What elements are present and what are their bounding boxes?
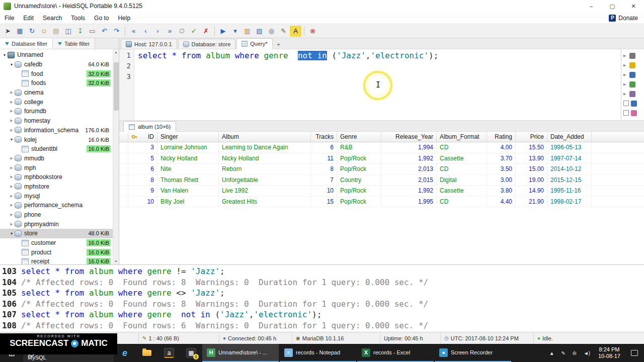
close-button[interactable]: ✕ bbox=[623, 0, 644, 12]
helper-bind-blue[interactable] bbox=[621, 99, 644, 108]
tree-item-mphstore[interactable]: ▶mphstore bbox=[0, 182, 113, 192]
replace-text-icon[interactable]: ✎ bbox=[278, 26, 289, 37]
tray-chevron-up-icon[interactable]: ▲ bbox=[546, 350, 558, 356]
tray-pen-icon[interactable]: ✎ bbox=[558, 350, 569, 356]
taskbar-screen-recorder[interactable]: ●Screen Recorder bbox=[435, 344, 511, 362]
save-sql-as-icon[interactable]: ▧ bbox=[254, 26, 265, 37]
column-header-album_format[interactable]: Album_Format bbox=[437, 132, 487, 142]
tree-item-mmudb[interactable]: ▶mmudb bbox=[0, 154, 113, 163]
cancel-editing-icon[interactable]: ∅ bbox=[176, 26, 188, 37]
column-header-singer[interactable]: Singer bbox=[157, 132, 219, 142]
helper-columns[interactable]: ▶ bbox=[621, 51, 644, 60]
expand-arrow-icon[interactable]: ▶ bbox=[623, 92, 627, 96]
expand-arrow-icon[interactable]: ▶ bbox=[9, 109, 15, 113]
column-header-genre[interactable]: Genre bbox=[337, 132, 381, 142]
first-row-icon[interactable]: « bbox=[128, 26, 139, 37]
tree-item-store[interactable]: ▼store48.0 KiB bbox=[0, 229, 113, 238]
helper-sql-functions[interactable]: ▶ bbox=[621, 60, 644, 70]
maximize-button[interactable]: ▢ bbox=[602, 0, 623, 12]
tree-item-Unnamed[interactable]: ▼Unnamed bbox=[0, 50, 113, 60]
helper-sql-keywords[interactable]: ▶ bbox=[621, 70, 644, 79]
donate-button[interactable]: P Donate bbox=[603, 15, 644, 22]
column-header-date_added[interactable]: Date_Added bbox=[547, 132, 592, 142]
tree-item-receipt[interactable]: receipt16.0 KiB bbox=[0, 257, 113, 264]
taskbar-amazon[interactable]: a bbox=[158, 344, 180, 362]
tray-volume-icon[interactable]: ◄) bbox=[580, 350, 594, 356]
expand-arrow-icon[interactable]: ▶ bbox=[9, 213, 15, 217]
menu-file[interactable]: File bbox=[0, 12, 19, 24]
table-row[interactable]: 9Van HalenLive 199210Pop/Rock1,992Casset… bbox=[119, 186, 644, 197]
expand-arrow-icon[interactable]: ▶ bbox=[623, 63, 627, 67]
table-row[interactable]: 5Nicky HollandNicky Holland11Pop/Rock1,9… bbox=[119, 153, 644, 164]
table-row[interactable]: 3Lorraine JohnsonLearning to Dance Again… bbox=[119, 142, 644, 153]
taskbar-file-explorer[interactable] bbox=[136, 344, 158, 362]
tree-item-college[interactable]: ▶college bbox=[0, 97, 113, 107]
tree-item-information_schema[interactable]: ▶information_schema176.0 KiB bbox=[0, 126, 113, 135]
expand-arrow-icon[interactable]: ▶ bbox=[9, 185, 15, 189]
previous-row-icon[interactable]: ‹ bbox=[140, 26, 151, 37]
collapse-arrow-icon[interactable]: ▼ bbox=[9, 63, 15, 66]
result-tab-album[interactable]: album (10×6) bbox=[123, 121, 176, 132]
taskbar-clock[interactable]: 8:24 PM 10-08-17 bbox=[594, 346, 625, 359]
scroll-thumb[interactable] bbox=[114, 62, 119, 111]
expand-arrow-icon[interactable]: ▶ bbox=[623, 82, 627, 86]
taskbar-store-app[interactable]: ▦1 bbox=[180, 344, 202, 362]
expand-arrow-icon[interactable]: ▶ bbox=[9, 119, 15, 123]
column-header-release_year[interactable]: Release_Year bbox=[381, 132, 437, 142]
expand-arrow-icon[interactable]: ▶ bbox=[9, 100, 15, 104]
expand-arrow-icon[interactable]: ▶ bbox=[9, 156, 15, 160]
scroll-up-icon[interactable]: ▲ bbox=[113, 49, 119, 55]
tree-item-customer[interactable]: customer16.0 KiB bbox=[0, 238, 113, 248]
mysql-taskbar-label[interactable]: MySQL bbox=[28, 354, 46, 360]
post-changes-icon[interactable]: ✓ bbox=[188, 26, 200, 37]
tree-item-food[interactable]: food32.0 KiB bbox=[0, 69, 113, 78]
tray-network-icon[interactable]: ılı bbox=[569, 350, 580, 356]
table-row[interactable]: 6NiteReborn8Pop/Rock2,013CD3.5015.002014… bbox=[119, 164, 644, 175]
filter-tab-table-filter[interactable]: Table filter bbox=[53, 38, 95, 49]
taskbar-notepad[interactable]: ≡records - Notepad bbox=[280, 344, 356, 362]
helper-bind-pink-checkbox[interactable] bbox=[623, 110, 629, 116]
helper-snippets[interactable]: ▶ bbox=[621, 79, 644, 89]
open-sql-file-icon[interactable]: ▤ bbox=[50, 26, 62, 37]
execute-options-icon[interactable]: ▾ bbox=[229, 26, 241, 37]
column-header-album[interactable]: Album bbox=[219, 132, 311, 142]
next-row-icon[interactable]: › bbox=[152, 26, 164, 37]
last-row-icon[interactable]: » bbox=[164, 26, 176, 37]
tree-item-cinema[interactable]: ▶cinema bbox=[0, 88, 113, 98]
tab-database[interactable]: Database: store bbox=[178, 39, 236, 49]
tree-item-mysql[interactable]: ▶mysql bbox=[0, 191, 113, 201]
refresh-icon[interactable]: ↻ bbox=[26, 26, 38, 37]
tree-item-phone[interactable]: ▶phone bbox=[0, 210, 113, 220]
tree-item-phpmyadmin[interactable]: ▶phpmyadmin bbox=[0, 219, 113, 229]
column-header-price[interactable]: Price bbox=[516, 132, 547, 142]
stop-icon[interactable]: ⊗ bbox=[307, 26, 318, 37]
expand-arrow-icon[interactable]: ▶ bbox=[9, 175, 15, 179]
collapse-arrow-icon[interactable]: ▼ bbox=[9, 232, 15, 235]
tree-item-cafedb[interactable]: ▼cafedb64.0 KiB bbox=[0, 60, 113, 69]
tree-item-forumdb[interactable]: ▶forumdb bbox=[0, 107, 113, 116]
execute-sql-icon[interactable]: ▶ bbox=[217, 26, 229, 37]
redo-icon[interactable]: ↷ bbox=[111, 26, 122, 37]
expand-arrow-icon[interactable]: ▶ bbox=[9, 194, 15, 198]
scroll-down-icon[interactable]: ▼ bbox=[113, 258, 119, 264]
export-database-icon[interactable]: ↧ bbox=[74, 26, 86, 37]
sql-log[interactable]: 103select * from album where genre != 'J… bbox=[0, 264, 644, 332]
load-sql-icon[interactable]: ▥ bbox=[242, 26, 253, 37]
new-query-tab-button[interactable]: + bbox=[274, 40, 284, 49]
expand-arrow-icon[interactable]: ▶ bbox=[9, 203, 15, 207]
tree-item-performance_schema[interactable]: ▶performance_schema bbox=[0, 201, 113, 210]
helper-query-history[interactable]: ▶ bbox=[621, 89, 644, 99]
reformat-sql-icon[interactable]: A bbox=[290, 26, 301, 37]
minimize-button[interactable]: – bbox=[581, 0, 602, 12]
expand-arrow-icon[interactable]: ▶ bbox=[623, 54, 627, 58]
expand-arrow-icon[interactable]: ▶ bbox=[9, 222, 15, 226]
table-row[interactable]: 8Thomas RhettUnforgettable7Country2,015D… bbox=[119, 175, 644, 186]
pointer-icon[interactable]: ➤ bbox=[2, 26, 14, 37]
filter-tab-database-filter[interactable]: Database filter bbox=[0, 38, 53, 49]
tree-item-product[interactable]: product16.0 KiB bbox=[0, 247, 113, 257]
helper-bind-pink[interactable] bbox=[621, 108, 644, 118]
expand-arrow-icon[interactable]: ▶ bbox=[9, 90, 15, 95]
tree-item-homestay[interactable]: ▶homestay bbox=[0, 116, 113, 126]
menu-search[interactable]: Search bbox=[38, 12, 66, 24]
expand-arrow-icon[interactable]: ▶ bbox=[9, 166, 15, 170]
